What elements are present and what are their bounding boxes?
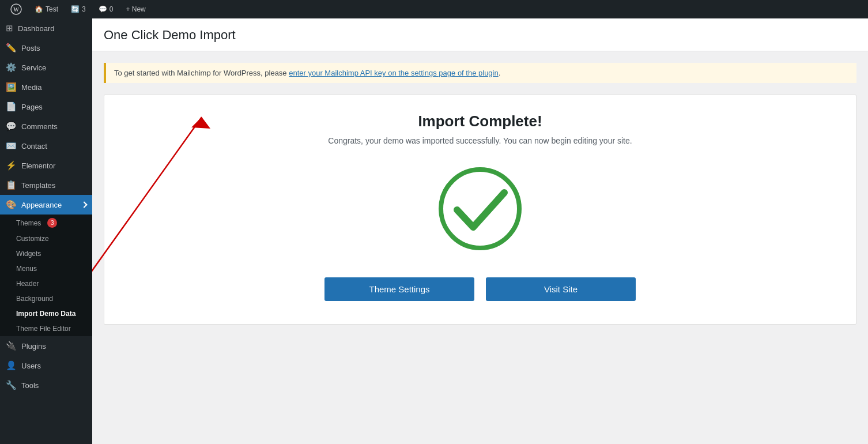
customize-label: Customize — [16, 235, 49, 243]
button-row: Theme Settings Visit Site — [324, 266, 636, 307]
sidebar-item-plugins[interactable]: 🔌 Plugins — [0, 336, 92, 356]
themes-label: Themes — [16, 219, 41, 227]
sidebar-label-comments: Comments — [21, 122, 58, 131]
import-demo-label: Import Demo Data — [16, 310, 76, 318]
sidebar-label-templates: Templates — [21, 181, 55, 190]
notice-link[interactable]: enter your Mailchimp API key on the sett… — [289, 69, 499, 77]
service-icon: ⚙️ — [6, 62, 17, 73]
sidebar-item-background[interactable]: Background — [0, 291, 92, 306]
posts-icon: ✏️ — [6, 43, 17, 53]
tools-icon: 🔧 — [6, 380, 17, 390]
mailchimp-notice: To get started with Mailchimp for WordPr… — [104, 63, 856, 83]
comments-count: 0 — [110, 5, 114, 13]
sidebar-item-header[interactable]: Header — [0, 276, 92, 291]
contact-icon: ✉️ — [6, 141, 17, 151]
plugins-icon: 🔌 — [6, 341, 17, 351]
sidebar-item-media[interactable]: 🖼️ Media — [0, 77, 92, 97]
wp-logo-icon: W — [10, 3, 22, 15]
menus-label: Menus — [16, 265, 37, 273]
theme-settings-button[interactable]: Theme Settings — [324, 277, 474, 301]
sidebar-item-theme-file-editor[interactable]: Theme File Editor — [0, 321, 92, 336]
content-area: To get started with Mailchimp for WordPr… — [92, 51, 868, 336]
comments-icon: 💬 — [99, 5, 107, 13]
sidebar-item-posts[interactable]: ✏️ Posts — [0, 38, 92, 58]
users-icon: 👤 — [6, 360, 17, 371]
sidebar-item-appearance[interactable]: 🎨 Appearance — [0, 195, 92, 215]
checkmark-area — [434, 163, 526, 257]
new-label: + New — [126, 5, 145, 13]
sidebar-label-service: Service — [21, 63, 46, 72]
sidebar-item-service[interactable]: ⚙️ Service — [0, 58, 92, 77]
site-name: Test — [46, 5, 58, 13]
header-label: Header — [16, 280, 39, 288]
sidebar-label-media: Media — [21, 83, 41, 92]
updates-count: 3 — [82, 5, 86, 13]
import-complete-subtitle: Congrats, your demo was imported success… — [328, 136, 632, 145]
appearance-icon: 🎨 — [6, 200, 17, 210]
svg-point-2 — [441, 170, 519, 248]
sidebar-label-dashboard: Dashboard — [18, 24, 55, 33]
sidebar-label-elementor: Elementor — [21, 161, 55, 170]
sidebar: ⊞ Dashboard ✏️ Posts ⚙️ Service 🖼️ Media… — [0, 18, 92, 444]
widgets-label: Widgets — [16, 250, 41, 258]
notice-suffix: . — [499, 69, 501, 77]
admin-bar: W 🏠 Test 🔄 3 💬 0 + New — [0, 0, 868, 18]
sidebar-item-themes[interactable]: Themes 3 — [0, 215, 92, 231]
sidebar-label-plugins: Plugins — [21, 342, 46, 351]
site-name-item[interactable]: 🏠 Test — [30, 0, 63, 18]
main-content: One Click Demo Import To get started wit… — [92, 18, 868, 444]
notice-text: To get started with Mailchimp for WordPr… — [114, 69, 289, 77]
themes-badge: 3 — [47, 218, 57, 228]
visit-site-button[interactable]: Visit Site — [486, 277, 636, 301]
sidebar-label-pages: Pages — [21, 103, 43, 111]
sidebar-label-posts: Posts — [21, 44, 40, 52]
page-header: One Click Demo Import — [92, 18, 868, 51]
templates-icon: 📋 — [6, 180, 17, 190]
wp-logo-item[interactable]: W — [6, 0, 27, 18]
updates-icon: 🔄 — [71, 5, 80, 13]
appearance-arrow-icon — [81, 201, 87, 208]
sidebar-item-tools[interactable]: 🔧 Tools — [0, 375, 92, 395]
home-icon: 🏠 — [35, 5, 43, 13]
sidebar-item-elementor[interactable]: ⚡ Elementor — [0, 156, 92, 175]
sidebar-item-widgets[interactable]: Widgets — [0, 246, 92, 261]
updates-item[interactable]: 🔄 3 — [66, 0, 90, 18]
pages-icon: 📄 — [6, 101, 17, 112]
sidebar-item-comments[interactable]: 💬 Comments — [0, 116, 92, 136]
sidebar-item-dashboard[interactable]: ⊞ Dashboard — [0, 18, 92, 38]
sidebar-label-contact: Contact — [21, 142, 47, 150]
import-complete-title: Import Complete! — [418, 112, 542, 130]
comments-item[interactable]: 💬 0 — [94, 0, 118, 18]
sidebar-item-pages[interactable]: 📄 Pages — [0, 97, 92, 116]
new-item[interactable]: + New — [121, 0, 150, 18]
theme-file-editor-label: Theme File Editor — [16, 325, 71, 333]
background-label: Background — [16, 295, 53, 303]
sidebar-label-tools: Tools — [21, 381, 39, 390]
sidebar-item-menus[interactable]: Menus — [0, 261, 92, 276]
checkmark-svg — [434, 163, 526, 255]
sidebar-item-customize[interactable]: Customize — [0, 231, 92, 246]
dashboard-icon: ⊞ — [6, 23, 13, 33]
media-icon: 🖼️ — [6, 82, 17, 92]
sidebar-label-appearance: Appearance — [21, 201, 62, 209]
elementor-icon: ⚡ — [6, 160, 17, 171]
import-complete-box: Import Complete! Congrats, your demo was… — [104, 95, 856, 325]
sidebar-item-templates[interactable]: 📋 Templates — [0, 175, 92, 195]
sidebar-item-users[interactable]: 👤 Users — [0, 356, 92, 375]
appearance-submenu: Themes 3 Customize Widgets Menus Header … — [0, 215, 92, 336]
comments-sidebar-icon: 💬 — [6, 121, 17, 131]
sidebar-label-users: Users — [21, 362, 41, 370]
sidebar-item-import-demo[interactable]: Import Demo Data — [0, 306, 92, 321]
sidebar-item-contact[interactable]: ✉️ Contact — [0, 136, 92, 156]
page-title: One Click Demo Import — [104, 28, 856, 43]
svg-text:W: W — [13, 6, 19, 13]
